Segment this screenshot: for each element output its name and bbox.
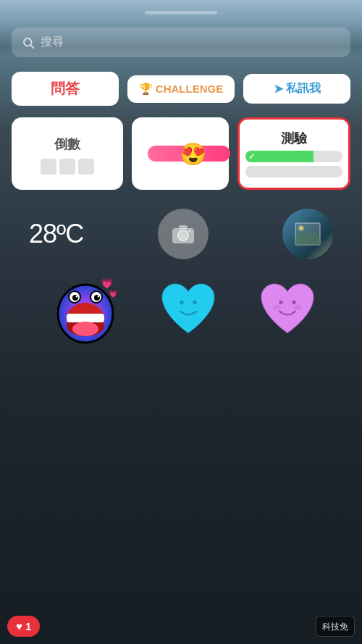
quiz-label: 測驗 [281,130,307,147]
row-3: 28ºC [0,209,362,259]
svg-point-19 [76,296,78,298]
countdown-sticker[interactable]: 倒數 [12,117,123,190]
search-icon [22,36,35,49]
svg-point-24 [292,301,295,304]
notch-bar [0,0,362,22]
svg-point-6 [188,230,190,233]
svg-point-22 [193,301,196,304]
checkmark-icon: ✓ [248,152,255,162]
svg-point-14 [72,322,98,336]
svg-point-4 [180,233,186,239]
row-4: 💗 💗 [0,274,362,339]
dm-icon: ➤ [274,82,283,96]
photo-thumbnail[interactable] [282,209,333,259]
svg-point-23 [279,301,282,304]
slider-track: 😍 [148,146,230,162]
slider-sticker[interactable]: 😍 [132,117,229,190]
svg-point-25 [273,305,281,310]
camera-button[interactable] [158,209,209,259]
svg-point-9 [298,226,303,231]
blue-heart-sticker[interactable] [156,277,214,335]
trophy-icon: 🏆 [139,83,153,96]
like-count: 1 [25,620,31,632]
qna-sticker[interactable]: 問答 [12,72,119,106]
svg-point-26 [294,305,302,310]
heart-decoration: 💗 [101,277,113,289]
svg-line-1 [30,45,33,48]
heart-icon: ♥ [16,620,22,632]
svg-rect-13 [67,314,104,322]
countdown-blocks [41,159,94,175]
slider-emoji: 😍 [180,141,206,167]
challenge-sticker[interactable]: 🏆CHALLENGE [127,75,235,103]
search-placeholder: 搜尋 [41,35,64,50]
tech-label: 科技免 [322,622,348,632]
notch [145,11,217,14]
quiz-option-correct: ✓ [245,151,342,162]
heart-decoration-small: 💗 [109,290,117,298]
sticker-row-2: 倒數 😍 測驗 ✓ [0,117,362,197]
countdown-block-3 [78,159,94,175]
mouth-sticker[interactable]: 💗 💗 [49,274,114,339]
tech-badge[interactable]: 科技免 [316,616,355,637]
like-badge[interactable]: ♥ 1 [7,616,40,637]
countdown-label: 倒數 [54,135,80,153]
dm-sticker[interactable]: ➤私訊我 [243,74,350,104]
svg-rect-5 [179,225,188,229]
bottom-bar: ♥ 1 科技免 [0,616,362,644]
camera-icon [172,224,195,244]
search-bar[interactable]: 搜尋 [12,28,350,57]
temperature-display: 28ºC [29,219,83,249]
svg-point-20 [98,296,100,298]
quiz-option-wrong [245,166,342,177]
sticker-row-1: 問答 🏆CHALLENGE ➤私訊我 [0,72,362,106]
svg-point-21 [180,301,183,304]
pink-heart-sticker[interactable] [255,277,313,335]
countdown-block-2 [59,159,75,175]
quiz-sticker[interactable]: 測驗 ✓ [237,117,350,190]
photo-icon [293,221,322,247]
countdown-block-1 [41,159,56,175]
